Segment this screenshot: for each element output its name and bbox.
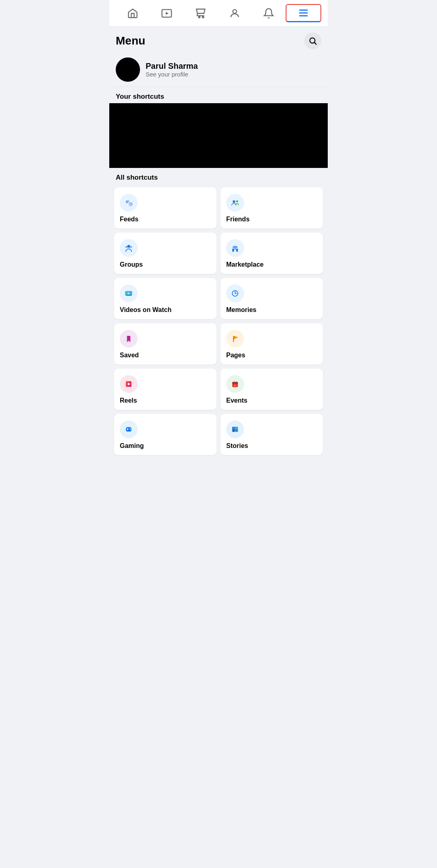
groups-icon xyxy=(120,239,138,257)
svg-point-23 xyxy=(130,246,132,248)
nav-profile[interactable] xyxy=(218,4,252,22)
grid-item-reels[interactable]: Reels xyxy=(114,369,216,410)
grid-item-marketplace[interactable]: Marketplace xyxy=(221,233,323,274)
svg-point-17 xyxy=(229,197,241,208)
svg-rect-38 xyxy=(233,336,234,342)
memories-icon xyxy=(226,284,244,302)
marketplace-icon xyxy=(226,239,244,257)
svg-rect-57 xyxy=(233,428,234,428)
reels-icon xyxy=(120,375,138,393)
svg-point-2 xyxy=(199,16,200,18)
svg-line-9 xyxy=(314,42,316,45)
svg-rect-55 xyxy=(232,427,235,432)
grid-item-videos[interactable]: Videos on Watch xyxy=(114,278,216,319)
nav-marketplace[interactable] xyxy=(184,4,218,22)
svg-point-8 xyxy=(310,38,315,43)
svg-point-37 xyxy=(229,333,241,344)
grid-item-events[interactable]: Events xyxy=(221,369,323,410)
feeds-label: Feeds xyxy=(120,216,211,223)
videos-label: Videos on Watch xyxy=(120,306,211,314)
grid-item-groups[interactable]: Groups xyxy=(114,233,216,274)
svg-rect-11 xyxy=(126,201,129,202)
svg-point-4 xyxy=(233,9,236,13)
avatar xyxy=(116,57,140,82)
svg-point-18 xyxy=(233,200,235,203)
grid-item-saved[interactable]: Saved xyxy=(114,323,216,365)
svg-point-22 xyxy=(125,246,127,248)
svg-rect-60 xyxy=(236,429,238,429)
page-title: Menu xyxy=(116,34,145,47)
svg-marker-1 xyxy=(166,12,169,15)
svg-rect-58 xyxy=(233,429,234,429)
marketplace-label: Marketplace xyxy=(226,261,317,268)
friends-icon xyxy=(226,194,244,212)
friends-label: Friends xyxy=(226,216,317,223)
svg-rect-59 xyxy=(236,428,238,428)
profile-subtitle: See your profile xyxy=(146,71,198,78)
profile-section[interactable]: Parul Sharma See your profile xyxy=(109,53,328,87)
feeds-icon xyxy=(120,194,138,212)
profile-info: Parul Sharma See your profile xyxy=(146,62,198,78)
shortcuts-content xyxy=(109,103,328,168)
svg-rect-26 xyxy=(234,250,236,252)
nav-menu[interactable] xyxy=(286,4,321,22)
events-label: Events xyxy=(226,397,317,404)
svg-point-53 xyxy=(130,429,131,430)
shortcuts-grid: Feeds Friends Groups xyxy=(109,184,328,462)
pages-label: Pages xyxy=(226,352,317,359)
svg-point-10 xyxy=(123,197,134,208)
top-nav xyxy=(109,0,328,27)
grid-item-feeds[interactable]: Feeds xyxy=(114,187,216,229)
svg-rect-51 xyxy=(127,428,128,430)
svg-rect-44 xyxy=(232,382,238,384)
menu-header: Menu xyxy=(109,27,328,53)
svg-point-3 xyxy=(202,16,204,18)
shortcuts-title: Your shortcuts xyxy=(109,87,328,103)
svg-rect-31 xyxy=(126,295,132,296)
svg-rect-46 xyxy=(236,381,237,383)
nav-notifications[interactable] xyxy=(252,4,286,22)
all-shortcuts-title: All shortcuts xyxy=(109,168,328,184)
stories-icon xyxy=(226,420,244,438)
gaming-icon xyxy=(120,420,138,438)
videos-icon xyxy=(120,284,138,302)
nav-watch[interactable] xyxy=(150,4,184,22)
saved-label: Saved xyxy=(120,352,211,359)
gaming-label: Gaming xyxy=(120,442,211,450)
stories-label: Stories xyxy=(226,442,317,450)
grid-item-gaming[interactable]: Gaming xyxy=(114,414,216,455)
svg-point-21 xyxy=(127,245,130,248)
groups-label: Groups xyxy=(120,261,211,268)
svg-point-20 xyxy=(123,242,134,254)
search-icon xyxy=(308,36,317,45)
grid-item-pages[interactable]: Pages xyxy=(221,323,323,365)
svg-point-52 xyxy=(129,428,130,429)
nav-home[interactable] xyxy=(116,4,150,22)
svg-rect-12 xyxy=(126,202,128,203)
svg-rect-45 xyxy=(234,381,235,383)
search-button[interactable] xyxy=(304,32,321,49)
grid-item-stories[interactable]: Stories xyxy=(221,414,323,455)
grid-item-memories[interactable]: Memories xyxy=(221,278,323,319)
saved-icon xyxy=(120,330,138,348)
profile-name: Parul Sharma xyxy=(146,62,198,71)
memories-label: Memories xyxy=(226,306,317,314)
events-icon xyxy=(226,375,244,393)
svg-rect-56 xyxy=(235,427,238,432)
reels-label: Reels xyxy=(120,397,211,404)
pages-icon xyxy=(226,330,244,348)
svg-point-19 xyxy=(236,200,238,202)
grid-item-friends[interactable]: Friends xyxy=(221,187,323,229)
